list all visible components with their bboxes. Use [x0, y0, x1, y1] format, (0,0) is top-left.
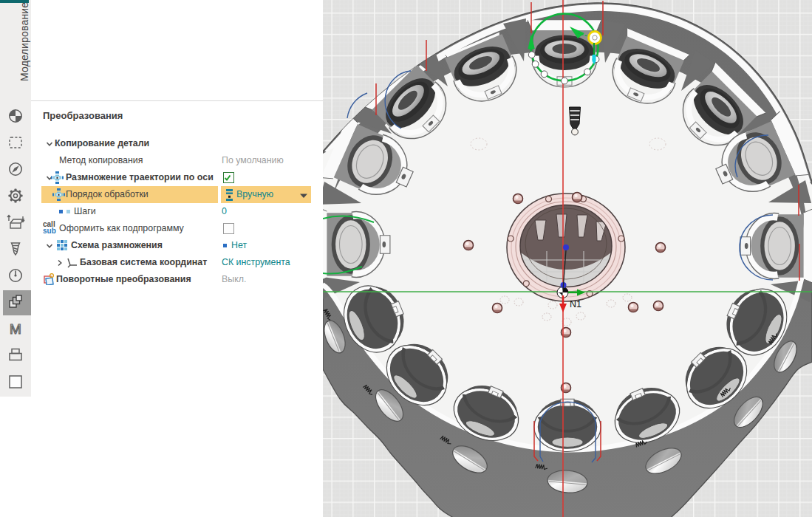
- svg-text:N1: N1: [570, 299, 581, 309]
- svg-text:M: M: [10, 321, 21, 337]
